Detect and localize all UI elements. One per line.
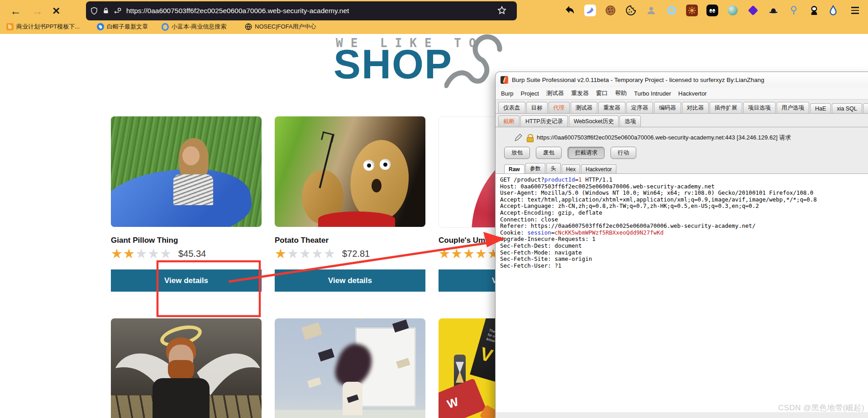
user-agent-switcher-icon[interactable] [645,5,657,16]
star-empty-icon: ★ [311,246,324,261]
burp-tab[interactable]: 插件扩展 [710,102,742,113]
burp-menu-item[interactable]: Turbo Intruder [630,89,675,98]
burp-tab[interactable]: 测试器 [571,102,598,113]
burp-tab[interactable]: 用户选项 [777,102,809,113]
burp-menu-item[interactable]: Hackvertor [675,89,711,98]
intercept-action-button[interactable]: 废包 [536,147,562,159]
star-rating: ★★★★★ [275,247,336,260]
water-drop-extension-icon[interactable] [827,5,839,16]
burp-proxy-tab[interactable]: HTTP历史记录 [520,115,568,127]
burp-tab[interactable]: 对比器 [682,102,709,113]
pencil-icon [514,133,523,142]
pin-extension-icon[interactable] [788,5,800,16]
burp-tab[interactable]: xia SQL [832,103,862,113]
burp-tab[interactable]: 编码器 [654,102,681,113]
bookmark-item[interactable]: b 商业计划书PPT模板下... [6,23,80,31]
product-image-flying-books [275,318,425,418]
bookmark-item[interactable]: 白帽子最新文章 [97,23,148,31]
star-rating: ★★★★★ [439,247,500,260]
star-filled-icon: ★ [439,246,451,261]
product-rating: ★★★★★ $72.81 [275,247,370,260]
lock-icon[interactable] [102,7,110,14]
intercept-action-button[interactable]: 放包 [504,147,530,159]
editor-tab[interactable]: Hex [562,164,580,173]
burp-menu-item[interactable]: 帮助 [611,88,630,99]
forward-button[interactable]: → [32,3,43,19]
bird-extension-icon[interactable] [584,5,596,16]
astronaut-extension-icon[interactable] [808,5,820,16]
burp-tab[interactable]: 代理 [548,102,570,113]
star-empty-icon: ★ [299,246,311,261]
burp-menu-item[interactable]: 重发器 [568,88,592,99]
burp-tab[interactable]: HaE [810,103,831,113]
shield-icon[interactable] [90,7,98,15]
burp-tab[interactable]: Hackvertor [863,103,868,113]
fork-tines [321,131,334,143]
shop-logo: SHOP [334,41,453,88]
permissions-icon[interactable] [114,7,122,14]
product-image-giant-pillow [111,116,262,227]
editor-tab[interactable]: 头 [546,163,561,173]
editor-tab[interactable]: 参数 [525,163,545,173]
burp-menu-item[interactable]: Project [517,89,542,98]
menu-icon[interactable] [849,5,861,16]
burp-tab[interactable]: 仪表盘 [498,102,525,113]
sun-tile-extension-icon[interactable] [686,5,698,16]
burp-proxy-tab[interactable]: 选项 [620,115,641,127]
request-line: Sec-Fetch-Dest: document [500,243,868,250]
url-bar[interactable]: https://0aa6007503ff6f2ec0025e0600a70006… [86,1,517,20]
product-image-potato [275,116,425,227]
intercept-action-button[interactable]: 行动 [610,147,636,159]
intercept-action-button[interactable]: 拦截请求 [568,147,605,159]
bookmark-star-icon[interactable] [497,5,507,15]
burp-tab[interactable]: 定序器 [626,102,653,113]
girl-shirt [173,174,213,205]
view-details-button[interactable]: View details [275,269,425,292]
view-details-button[interactable]: View details [111,269,262,292]
request-line: Sec-Fetch-User: ?1 [500,263,868,269]
potato-mouth [372,179,382,192]
request-line: User-Agent: Mozilla/5.0 (Windows NT 10.0… [500,190,868,197]
bookmark-item[interactable]: NOSEC|FOFA用户中心 [245,23,316,31]
screenshot-stage: WE LIKE TO SHOP Giant Pillow Thing ★★★★★… [0,0,868,418]
product-price: $45.34 [178,249,206,259]
burp-tab[interactable]: 重发器 [598,102,625,113]
request-line: Referer: https://0aa6007503ff6f2ec0025e0… [500,223,868,230]
burp-proxy-tabs: 截断HTTP历史记录WebSocket历史选项 [496,114,868,127]
burp-menu-item[interactable]: 窗口 [592,88,611,99]
star-filled-icon: ★ [275,246,287,261]
burp-tab[interactable]: 项目选项 [743,102,776,113]
star-filled-icon: ★ [463,246,475,261]
detective-hat-icon[interactable] [768,5,779,16]
burp-main-tabs: 仪表盘目标代理测试器重发器定序器编码器对比器插件扩展项目选项用户选项HaExia… [496,100,868,114]
ring-extension-icon[interactable] [666,5,677,16]
burp-menu-item[interactable]: 测试器 [543,88,568,99]
stop-button[interactable]: × [52,3,60,19]
star-empty-icon: ★ [160,246,172,261]
burp-tab[interactable]: 目标 [526,102,548,113]
burp-proxy-tab[interactable]: 截断 [498,115,520,127]
star-rating: ★★★★★ [111,247,172,260]
request-text[interactable]: GET /product?productId=1 HTTP/1.1Host: 0… [496,173,868,412]
request-line: Cookie: session=cNcKK5wbmWPWzf5RBXxeoQdd… [500,230,868,236]
burp-icon [501,76,508,84]
sphere-extension-icon[interactable] [727,5,739,16]
product-image-angel-man [111,318,262,418]
back-button[interactable]: ← [10,3,21,19]
girl-face [182,146,200,165]
editor-tab[interactable]: Raw [504,164,525,173]
bookmark-item[interactable]: 小蓝本-商业信息搜索 [162,23,226,31]
burp-proxy-tab[interactable]: WebSocket历史 [569,115,619,127]
editor-tab[interactable]: Hackvertor [581,164,616,173]
cookie-icon[interactable] [605,5,616,16]
eyes-extension-icon[interactable] [706,5,718,16]
url-text[interactable]: https://0aa6007503ff6f2ec0025e0600a70006… [126,7,349,15]
star-filled-icon: ★ [475,246,487,261]
undo-icon[interactable] [564,5,576,16]
browser-toolbar: ← → × https://0aa6007503ff6f2ec0025e0600… [0,0,868,34]
burp-menu-item[interactable]: Burp [497,89,517,98]
request-line: Upgrade-Insecure-Requests: 1 [500,236,868,243]
drop-bookmark-icon [97,23,104,30]
wappalyzer-diamond-icon[interactable] [747,5,759,16]
cookie-editor-icon[interactable] [625,5,637,16]
